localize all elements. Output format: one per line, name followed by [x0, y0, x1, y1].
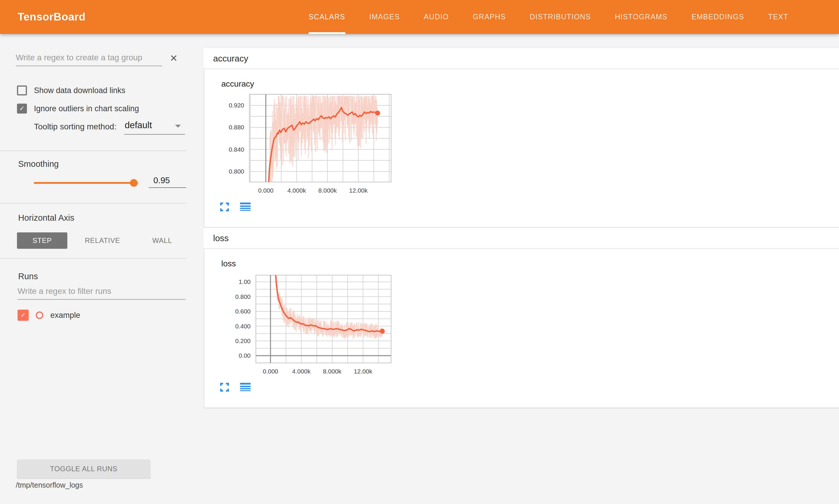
accuracy-chart[interactable]: 0.8000.8400.8800.9200.0004.000k8.000k12.…	[221, 91, 397, 199]
svg-text:12.00k: 12.00k	[354, 368, 373, 375]
svg-text:4.000k: 4.000k	[292, 368, 311, 375]
svg-text:0.880: 0.880	[229, 124, 244, 130]
tab-images[interactable]: IMAGES	[369, 0, 399, 34]
option-row: ✓Ignore outliers in chart scaling	[17, 104, 139, 113]
tab-text[interactable]: TEXT	[768, 0, 788, 34]
svg-text:0.400: 0.400	[235, 323, 251, 329]
section-title: loss	[213, 228, 229, 248]
close-x-icon[interactable]: ✕	[170, 54, 178, 63]
expand-icon[interactable]	[220, 383, 229, 392]
svg-text:0.920: 0.920	[229, 102, 244, 109]
checkbox[interactable]: ✓	[17, 104, 27, 113]
tab-histograms[interactable]: HISTOGRAMS	[615, 0, 667, 34]
run-color-swatch-icon	[36, 311, 43, 319]
svg-text:0.000: 0.000	[263, 368, 279, 375]
svg-text:0.600: 0.600	[235, 308, 251, 314]
tag-filter-input[interactable]	[16, 53, 162, 66]
tab-scalars[interactable]: SCALARS	[308, 0, 345, 34]
run-label: example	[50, 311, 80, 320]
checkbox-label: Show data download links	[34, 86, 125, 95]
chart-card-accuracy: accuracy0.8000.8400.8800.9200.0004.000k8…	[204, 69, 839, 228]
section-header-accuracy[interactable]: accuracy	[204, 48, 839, 69]
log-directory-path: /tmp/tensorflow_logs	[16, 481, 83, 489]
chart-icon-row	[220, 202, 251, 211]
chevron-down-icon[interactable]	[175, 125, 181, 128]
runs-label: Runs	[18, 272, 38, 281]
svg-text:4.000k: 4.000k	[287, 187, 306, 194]
divider	[0, 203, 186, 204]
chart-icon-row	[220, 383, 251, 392]
svg-text:0.200: 0.200	[235, 338, 251, 344]
svg-text:1.00: 1.00	[238, 278, 251, 285]
svg-text:0.00: 0.00	[238, 352, 251, 359]
svg-text:8.000k: 8.000k	[323, 368, 342, 375]
horizontal-axis-buttons: STEPRELATIVEWALL	[17, 232, 187, 249]
app-header: TensorBoard SCALARSIMAGESAUDIOGRAPHSDIST…	[0, 0, 839, 34]
chart-options: Show data download links✓Ignore outliers…	[17, 86, 139, 113]
run-list: ✓example	[18, 310, 80, 321]
svg-text:0.000: 0.000	[258, 187, 274, 194]
divider	[0, 150, 186, 151]
tensorboard-app: TensorBoard SCALARSIMAGESAUDIOGRAPHSDIST…	[0, 0, 839, 504]
chart-title: accuracy	[221, 79, 254, 88]
tooltip-sort-label: Tooltip sorting method:	[34, 122, 117, 131]
chart-title: loss	[221, 259, 236, 268]
run-filter-input[interactable]	[18, 286, 185, 300]
sidebar: ✕ Show data download links✓Ignore outlie…	[0, 34, 204, 504]
checkbox-label: Ignore outliers in chart scaling	[34, 104, 139, 113]
slider-thumb[interactable]	[130, 179, 138, 186]
smoothing-slider[interactable]	[34, 182, 139, 183]
run-checkbox[interactable]: ✓	[18, 310, 29, 321]
checkbox[interactable]	[17, 86, 27, 95]
app-title: TensorBoard	[18, 0, 86, 34]
svg-text:0.840: 0.840	[229, 146, 244, 153]
svg-text:12.00k: 12.00k	[349, 187, 368, 194]
expand-icon[interactable]	[220, 202, 229, 211]
smoothing-label: Smoothing	[18, 159, 59, 168]
run-row: ✓example	[18, 310, 80, 321]
lines-icon[interactable]	[240, 202, 251, 211]
toggle-all-runs-button[interactable]: TOGGLE ALL RUNS	[17, 460, 150, 478]
lines-icon[interactable]	[240, 383, 251, 392]
horizontal-axis-label: Horizontal Axis	[18, 213, 74, 222]
section-header-loss[interactable]: loss	[204, 228, 839, 248]
slider-fill	[34, 182, 133, 183]
tab-audio[interactable]: AUDIO	[424, 0, 449, 34]
chart-card-loss: loss0.000.2000.4000.6000.8001.000.0004.0…	[204, 248, 839, 408]
smoothing-value-input[interactable]	[149, 175, 186, 188]
section-title: accuracy	[213, 48, 248, 69]
loss-chart[interactable]: 0.000.2000.4000.6000.8001.000.0004.000k8…	[221, 272, 397, 380]
svg-text:8.000k: 8.000k	[318, 187, 337, 194]
tooltip-sort-select[interactable]: default	[125, 120, 152, 130]
divider	[0, 258, 186, 259]
axis-button-wall[interactable]: WALL	[138, 232, 187, 249]
option-row: Show data download links	[17, 86, 139, 95]
tab-distributions[interactable]: DISTRIBUTIONS	[530, 0, 591, 34]
nav-tabs: SCALARSIMAGESAUDIOGRAPHSDISTRIBUTIONSHIS…	[308, 0, 788, 34]
axis-button-relative[interactable]: RELATIVE	[73, 232, 132, 249]
tab-graphs[interactable]: GRAPHS	[473, 0, 506, 34]
tab-embeddings[interactable]: EMBEDDINGS	[692, 0, 744, 34]
main-panel: accuracyaccuracy0.8000.8400.8800.9200.00…	[204, 34, 839, 504]
svg-text:0.800: 0.800	[235, 293, 251, 300]
dropdown-underline	[124, 134, 185, 134]
axis-button-step[interactable]: STEP	[17, 232, 67, 249]
svg-text:0.800: 0.800	[229, 168, 244, 175]
